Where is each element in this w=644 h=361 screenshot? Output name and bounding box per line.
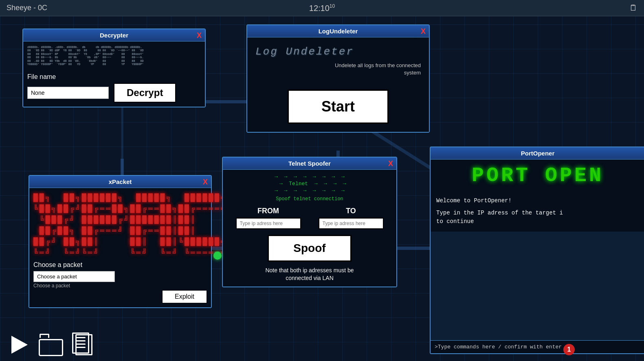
- choose-packet-label: Choose a packet: [33, 261, 207, 269]
- logundeleter-ascii: Log Undeleter: [255, 46, 421, 58]
- undelete-description: Undelete all logs from the connectedsyst…: [335, 62, 421, 77]
- file-name-row: Decrypt: [27, 83, 201, 103]
- play-button[interactable]: [8, 334, 31, 356]
- xpacket-ascii: ██╗ ██╗██████╗ █████╗ ██████╗██╗ ██╗████…: [33, 192, 207, 258]
- notes-line4: [76, 347, 86, 348]
- xpacket-body: ██╗ ██╗██████╗ █████╗ ██████╗██╗ ██╗████…: [29, 188, 211, 307]
- folder-body-icon: [39, 339, 63, 356]
- telnet-panel: Telnet Spoofer X → → → → → → → → → Telne…: [222, 157, 397, 287]
- xpacket-close[interactable]: X: [203, 177, 208, 186]
- packet-input[interactable]: [33, 271, 115, 282]
- telnet-note: Note that both ip adresses must beconnec…: [227, 267, 392, 282]
- xpacket-panel: xPacket X ██╗ ██╗██████╗ █████╗ ██████╗█…: [29, 175, 212, 308]
- portopener-title: PortOpener: [521, 150, 555, 157]
- folder-button[interactable]: [39, 334, 63, 356]
- xpacket-header: xPacket X: [29, 176, 211, 188]
- file-input[interactable]: [27, 87, 109, 99]
- play-triangle-icon: [11, 336, 28, 354]
- telnet-to-input[interactable]: [319, 218, 384, 229]
- exploit-button[interactable]: Exploit: [162, 290, 207, 303]
- notes-line3: [76, 343, 86, 345]
- notes-line2: [76, 340, 86, 341]
- green-status-dot: [213, 252, 222, 260]
- spoof-button[interactable]: Spoof: [268, 235, 351, 262]
- start-button[interactable]: Start: [288, 90, 389, 124]
- decrypter-header: Decrypter X: [23, 29, 205, 42]
- topbar: Sheeye - 0C 12:1010 🗒: [0, 0, 644, 16]
- decrypter-title: Decrypter: [100, 32, 128, 39]
- telnet-header: Telnet Spoofer X: [223, 158, 396, 170]
- telnet-from-label: FROM: [257, 207, 279, 215]
- portopener-cmd-row: >Type commands here / confirm with enter: [431, 340, 644, 353]
- notes-page1-icon: [72, 333, 89, 354]
- portopener-welcome: Welcome to PortOpener!: [436, 197, 639, 204]
- portopener-header: PortOpener: [431, 147, 644, 160]
- packet-hint: Choose a packet: [33, 283, 207, 289]
- file-name-label: File name: [27, 73, 201, 81]
- decrypter-ascii: d8888b. d8888b. .o88b. d8888b. db db d88…: [27, 46, 201, 70]
- telnet-close[interactable]: X: [388, 159, 393, 168]
- bottom-toolbar: [8, 333, 96, 357]
- notes-lines: [76, 337, 86, 348]
- logundeleter-header: LogUndeleter X: [247, 25, 429, 37]
- clock: 12:1010: [309, 3, 335, 13]
- topbar-icon: 🗒: [629, 3, 637, 13]
- telnet-from-col: FROM: [236, 207, 301, 229]
- portopener-instruction: Type in the IP adress of the target ito …: [436, 209, 639, 226]
- telnet-body: → → → → → → → → → Telnet → → → → → → → →…: [223, 170, 396, 287]
- telnet-title: Telnet Spoofer: [288, 160, 331, 167]
- portopener-text-body: Welcome to PortOpener! Type in the IP ad…: [431, 192, 644, 232]
- exploit-btn-row: Exploit: [33, 290, 207, 303]
- decrypter-close[interactable]: X: [197, 31, 202, 39]
- telnet-from-input[interactable]: [236, 218, 301, 229]
- app-title: Sheeye - 0C: [7, 4, 47, 12]
- decrypt-button[interactable]: Decrypt: [114, 83, 176, 103]
- telnet-to-label: TO: [346, 207, 356, 215]
- telnet-from-to: FROM TO: [227, 207, 392, 229]
- portopener-cmd-prompt[interactable]: >Type commands here / confirm with enter: [435, 344, 562, 350]
- telnet-ascii: → → → → → → → → → Telnet → → → → → → → →…: [227, 174, 392, 195]
- decrypter-body: d8888b. d8888b. .o88b. d8888b. db db d88…: [23, 42, 205, 107]
- notification-badge[interactable]: 1: [563, 344, 575, 355]
- notes-button[interactable]: [71, 333, 96, 357]
- notes-line1: [76, 337, 86, 338]
- logundeleter-body: Log Undeleter Undelete all logs from the…: [247, 37, 429, 132]
- packet-input-row: Choose a packet: [33, 271, 207, 289]
- telnet-desc: Spoof telnet connection: [227, 196, 392, 202]
- logundeleter-title: LogUndeleter: [319, 28, 358, 35]
- portopener-panel: PortOpener PORT OPEN Welcome to PortOpen…: [430, 147, 644, 354]
- decrypter-panel: Decrypter X d8888b. d8888b. .o88b. d8888…: [22, 28, 206, 107]
- portopener-ascii: PORT OPEN: [431, 160, 644, 192]
- logundeleter-close[interactable]: X: [421, 27, 426, 35]
- telnet-to-col: TO: [319, 207, 384, 229]
- logundeleter-panel: LogUndeleter X Log Undeleter Undelete al…: [246, 24, 430, 133]
- folder-tab-icon: [40, 334, 49, 338]
- xpacket-title: xPacket: [109, 178, 132, 185]
